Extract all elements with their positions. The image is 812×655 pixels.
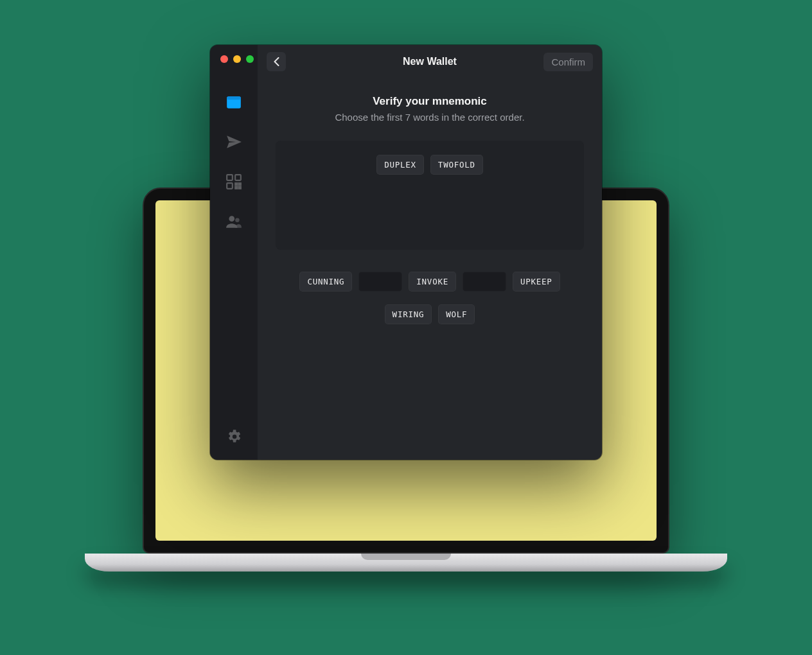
laptop-notch (361, 554, 451, 560)
contacts-icon[interactable] (225, 213, 242, 230)
svg-rect-8 (239, 187, 241, 189)
content: Verify your mnemonic Choose the first 7 … (258, 78, 602, 460)
close-icon[interactable] (220, 55, 228, 63)
wallet-icon[interactable] (225, 94, 242, 110)
verify-title: Verify your mnemonic (373, 95, 487, 108)
settings-icon[interactable] (225, 428, 242, 444)
pool-word-chip[interactable]: WOLF (438, 304, 475, 324)
svg-point-9 (229, 216, 234, 222)
svg-rect-5 (235, 183, 237, 185)
chevron-left-icon (274, 57, 279, 66)
main-panel: New Wallet Confirm Verify your mnemonic … (258, 45, 602, 460)
confirm-button[interactable]: Confirm (543, 53, 593, 71)
pool-word-slot-empty[interactable] (358, 272, 402, 292)
svg-point-10 (235, 218, 240, 223)
word-pool: CUNNING INVOKE UPKEEP WIRING WOLF (276, 250, 584, 324)
svg-rect-3 (235, 175, 241, 180)
minimize-icon[interactable] (233, 55, 241, 63)
pool-word-chip[interactable]: INVOKE (409, 272, 456, 292)
qr-icon[interactable] (225, 173, 242, 190)
svg-rect-4 (227, 183, 233, 189)
sidebar (210, 45, 258, 460)
svg-rect-2 (227, 175, 233, 180)
svg-rect-7 (235, 187, 237, 189)
sidebar-nav (225, 94, 242, 230)
back-button[interactable] (267, 52, 286, 71)
maximize-icon[interactable] (246, 55, 254, 63)
pool-word-chip[interactable]: WIRING (385, 304, 432, 324)
pool-word-slot-empty[interactable] (463, 272, 506, 292)
selected-word-chip[interactable]: DUPLEX (376, 155, 424, 175)
header: New Wallet Confirm (258, 45, 602, 78)
window-controls (220, 55, 254, 63)
page-title: New Wallet (403, 56, 457, 67)
app-window: New Wallet Confirm Verify your mnemonic … (210, 45, 602, 460)
selected-words-panel: DUPLEX TWOFOLD (276, 141, 584, 250)
send-icon[interactable] (225, 134, 242, 150)
selected-word-chip[interactable]: TWOFOLD (430, 155, 483, 175)
verify-subtitle: Choose the first 7 words in the correct … (335, 112, 524, 123)
pool-word-chip[interactable]: UPKEEP (513, 272, 560, 292)
laptop-base (85, 554, 727, 572)
pool-word-chip[interactable]: CUNNING (299, 272, 352, 292)
svg-rect-6 (239, 183, 241, 185)
svg-rect-1 (227, 96, 241, 100)
